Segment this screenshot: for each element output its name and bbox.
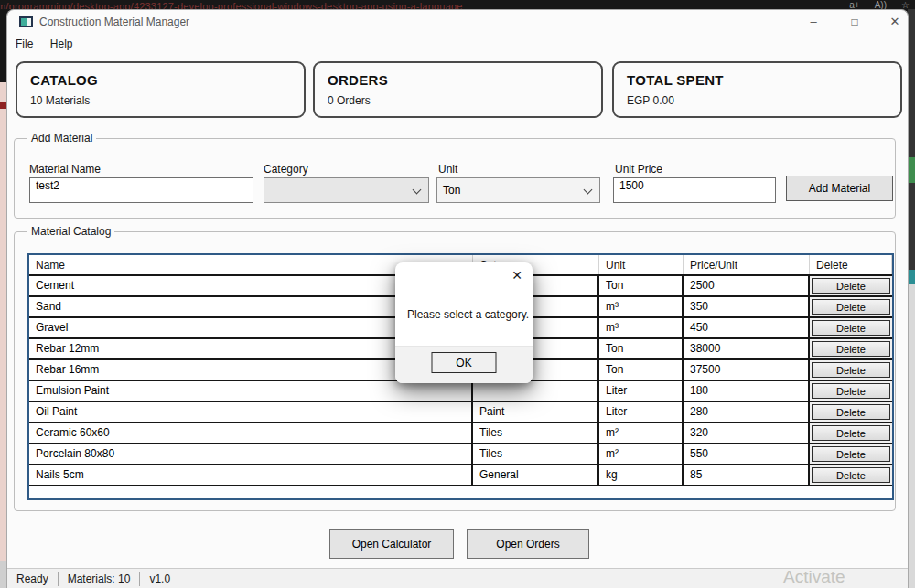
background-fragment (908, 157, 915, 183)
maximize-button[interactable]: □ (840, 12, 869, 32)
column-header-price: Price/Unit (684, 255, 810, 274)
category-label: Category (264, 163, 308, 176)
cell-unit: Ton (599, 360, 684, 380)
open-orders-button[interactable]: Open Orders (467, 529, 589, 559)
cell-name: Porcelain 80x80 (29, 444, 473, 464)
read-aloud-icon: A)) (875, 1, 887, 9)
cell-delete: Delete (810, 360, 892, 380)
cell-name: Ceramic 60x60 (29, 423, 473, 443)
cell-delete: Delete (810, 318, 892, 337)
delete-button[interactable]: Delete (812, 383, 890, 399)
cell-category: General (473, 465, 599, 485)
cell-delete: Delete (810, 381, 892, 401)
delete-button[interactable]: Delete (812, 299, 890, 315)
delete-button[interactable]: Delete (812, 320, 890, 336)
cell-name: Oil Paint (29, 402, 473, 422)
background-left-edge (0, 9, 6, 588)
cell-category: Tiles (473, 423, 599, 443)
cell-delete: Delete (810, 339, 892, 358)
background-fragment (908, 284, 915, 588)
delete-button[interactable]: Delete (812, 341, 890, 357)
cell-category: Paint (473, 402, 599, 422)
background-fragment (0, 82, 6, 561)
status-ready: Ready (7, 572, 58, 585)
cell-unit: Ton (599, 276, 684, 295)
delete-button[interactable]: Delete (812, 467, 890, 483)
background-fragment (908, 183, 915, 270)
menu-bar: File Help (7, 35, 908, 52)
cell-unit: m³ (599, 318, 684, 337)
cell-name: Emulsion Paint (29, 381, 473, 401)
cell-unit: kg (599, 465, 684, 485)
background-url-text: m/programming/desktop-app/4233127-develo… (0, 1, 463, 9)
dialog-ok-button[interactable]: OK (432, 352, 497, 373)
table-row: Porcelain 80x80 Tiles m² 550 Delete (29, 444, 892, 465)
delete-button[interactable]: Delete (812, 446, 890, 462)
cell-price: 180 (684, 381, 810, 401)
window-title: Construction Material Manager (39, 16, 189, 28)
column-header-delete: Delete (810, 255, 892, 274)
unit-label: Unit (438, 163, 458, 176)
favorites-icon: ☆ (901, 1, 910, 9)
cell-delete: Delete (810, 402, 892, 422)
catalog-card: CATALOG 10 Materials (16, 61, 306, 118)
cell-unit: Ton (599, 339, 684, 358)
status-version: v1.0 (140, 572, 179, 585)
cell-name: Nails 5cm (29, 465, 473, 485)
table-row: Ceramic 60x60 Tiles m² 320 Delete (29, 423, 892, 444)
cell-price: 350 (684, 297, 810, 316)
background-fragment (908, 9, 915, 157)
cell-unit: m³ (599, 297, 684, 316)
chevron-down-icon (413, 186, 422, 195)
title-bar[interactable]: Construction Material Manager – □ ✕ (7, 10, 908, 34)
orders-card-count: 0 Orders (328, 94, 601, 107)
table-empty-area (29, 486, 892, 500)
total-spent-card: TOTAL SPENT EGP 0.00 (612, 61, 902, 118)
unit-dropdown[interactable]: Ton (436, 177, 600, 203)
add-material-button[interactable]: Add Material (786, 176, 893, 201)
unit-dropdown-value: Ton (443, 184, 460, 197)
orders-card-title: ORDERS (328, 72, 601, 88)
cell-delete: Delete (810, 465, 892, 485)
cell-price: 37500 (684, 360, 810, 380)
column-header-unit: Unit (599, 255, 684, 274)
cell-delete: Delete (810, 423, 892, 443)
minimize-button[interactable]: – (799, 12, 828, 32)
cell-delete: Delete (810, 444, 892, 464)
cell-price: 2500 (684, 276, 810, 295)
background-fragment (908, 270, 915, 284)
unit-price-input[interactable] (613, 177, 776, 203)
cell-price: 550 (684, 444, 810, 464)
cell-category: Tiles (473, 444, 599, 464)
screen: m/programming/desktop-app/4233127-develo… (0, 0, 915, 588)
delete-button[interactable]: Delete (812, 425, 890, 441)
cell-price: 280 (684, 402, 810, 422)
status-bar: Ready Materials: 10 v1.0 (7, 568, 908, 588)
category-dropdown[interactable] (264, 177, 429, 203)
activate-watermark: Activate (783, 567, 845, 587)
cell-category (473, 381, 599, 401)
cell-price: 38000 (684, 339, 810, 358)
cell-unit: m² (599, 444, 684, 464)
background-browser-strip: m/programming/desktop-app/4233127-develo… (0, 0, 915, 9)
catalog-card-title: CATALOG (30, 72, 304, 88)
cell-delete: Delete (810, 297, 892, 316)
catalog-card-count: 10 Materials (30, 94, 304, 107)
table-row: Emulsion Paint Liter 180 Delete (29, 381, 892, 402)
delete-button[interactable]: Delete (812, 404, 890, 420)
cell-price: 320 (684, 423, 810, 443)
app-icon (19, 16, 33, 27)
dialog-close-icon[interactable]: ✕ (511, 268, 522, 283)
menu-help[interactable]: Help (50, 37, 73, 50)
delete-button[interactable]: Delete (812, 278, 890, 294)
table-row: Oil Paint Paint Liter 280 Delete (29, 402, 892, 423)
menu-file[interactable]: File (16, 37, 33, 50)
total-spent-card-title: TOTAL SPENT (627, 72, 900, 88)
table-row: Nails 5cm General kg 85 Delete (29, 465, 892, 486)
orders-card: ORDERS 0 Orders (313, 61, 603, 118)
open-calculator-button[interactable]: Open Calculator (329, 529, 454, 559)
cell-unit: Liter (599, 402, 684, 422)
close-button[interactable]: ✕ (880, 12, 909, 32)
material-name-input[interactable] (29, 177, 253, 203)
delete-button[interactable]: Delete (812, 362, 890, 378)
